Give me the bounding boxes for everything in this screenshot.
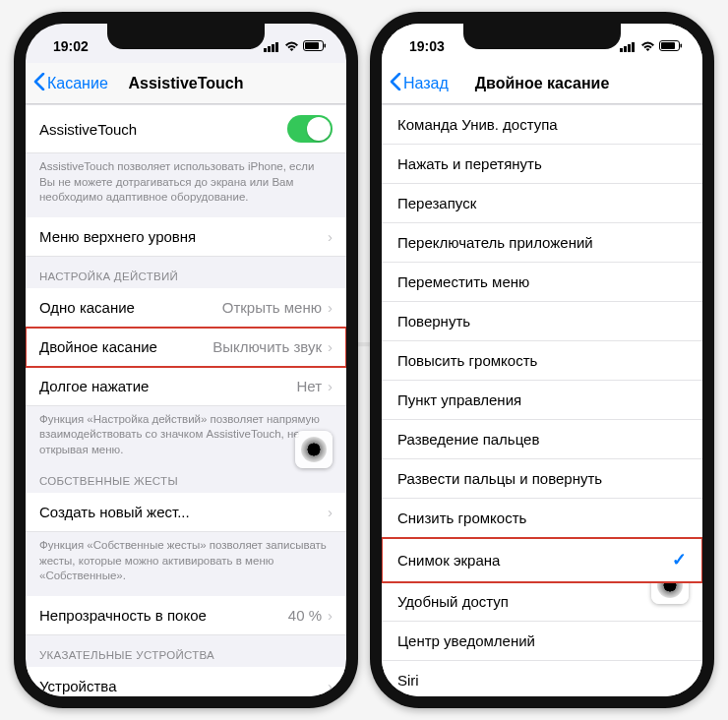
- list-item[interactable]: Повернуть: [382, 302, 702, 341]
- opacity-row[interactable]: Непрозрачность в покое 40 %›: [26, 596, 346, 635]
- list-item[interactable]: Повысить громкость: [382, 341, 702, 381]
- row-label: Перезапуск: [397, 195, 476, 211]
- assistivetouch-floating-button[interactable]: [295, 431, 333, 468]
- chevron-right-icon: ›: [328, 299, 333, 316]
- gestures-footer: Функция «Собственные жесты» позволяет за…: [26, 532, 346, 588]
- navbar: Назад Двойное касание: [382, 63, 702, 104]
- battery-icon: [659, 40, 683, 52]
- list-item[interactable]: Развести пальцы и повернуть: [382, 459, 702, 499]
- svg-rect-12: [661, 42, 675, 49]
- nav-title: AssistiveTouch: [128, 75, 243, 92]
- back-label: Назад: [403, 75, 449, 92]
- chevron-right-icon: ›: [328, 678, 333, 694]
- back-button[interactable]: Касание: [33, 73, 108, 94]
- row-label: Устройства: [39, 678, 116, 694]
- list-item[interactable]: Нажать и перетянуть: [382, 145, 702, 184]
- row-label: Разведение пальцев: [397, 431, 539, 448]
- row-label: Пункт управления: [397, 391, 521, 408]
- chevron-left-icon: [33, 73, 45, 94]
- back-button[interactable]: Назад: [390, 73, 449, 94]
- list-item[interactable]: Снимок экрана✓: [382, 538, 702, 582]
- toggle-switch-on[interactable]: [287, 115, 333, 143]
- row-value: 40 %: [288, 607, 322, 624]
- list-item[interactable]: Siri: [382, 661, 702, 696]
- assistivetouch-toggle-row[interactable]: AssistiveTouch: [26, 104, 346, 153]
- list-item[interactable]: Команда Унив. доступа: [382, 104, 702, 145]
- create-gesture-row[interactable]: Создать новый жест... ›: [26, 493, 346, 532]
- list-item[interactable]: Центр уведомлений: [382, 622, 702, 661]
- battery-icon: [303, 40, 327, 52]
- status-indicators: [620, 40, 683, 52]
- main-footer: AssistiveTouch позволяет использовать iP…: [26, 153, 346, 210]
- svg-rect-2: [272, 44, 274, 52]
- wifi-icon: [640, 41, 655, 52]
- phone-right: 19:03 Назад Двойное касание Команда Унив…: [370, 12, 714, 708]
- nav-title: Двойное касание: [475, 75, 610, 92]
- list-item[interactable]: Пункт управления: [382, 381, 702, 420]
- toggle-label: AssistiveTouch: [39, 121, 137, 138]
- cellular-icon: [620, 41, 637, 52]
- chevron-right-icon: ›: [328, 378, 333, 394]
- row-label: Одно касание: [39, 299, 135, 316]
- svg-rect-3: [275, 42, 278, 52]
- cellular-icon: [264, 41, 280, 52]
- list-item[interactable]: Перезапуск: [382, 184, 702, 223]
- chevron-right-icon: ›: [328, 338, 333, 355]
- row-label: Команда Унив. доступа: [397, 116, 558, 133]
- chevron-right-icon: ›: [328, 228, 333, 245]
- row-label: Создать новый жест...: [39, 504, 190, 520]
- svg-rect-13: [681, 44, 683, 48]
- row-label: Переместить меню: [397, 273, 529, 290]
- action-list[interactable]: Команда Унив. доступаНажать и перетянуть…: [382, 104, 702, 696]
- row-label: Переключатель приложений: [397, 234, 593, 251]
- row-label: Непрозрачность в покое: [39, 607, 207, 624]
- assistivetouch-icon: [301, 437, 327, 462]
- list-item[interactable]: Переключатель приложений: [382, 223, 702, 263]
- row-label: Двойное касание: [39, 338, 157, 355]
- row-label: Снимок экрана: [397, 552, 500, 569]
- single-tap-row[interactable]: Одно касание Открыть меню›: [26, 288, 346, 328]
- phone-left: 19:02 Касание AssistiveTouch AssistiveTo…: [14, 12, 358, 708]
- svg-rect-6: [325, 44, 327, 48]
- chevron-right-icon: ›: [328, 504, 333, 520]
- double-tap-row[interactable]: Двойное касание Выключить звук›: [26, 328, 346, 367]
- svg-rect-1: [268, 46, 271, 52]
- row-label: Снизить громкость: [397, 510, 526, 526]
- devices-row[interactable]: Устройства ›: [26, 667, 346, 696]
- row-label: Нажать и перетянуть: [397, 155, 542, 172]
- list-item[interactable]: Переместить меню: [382, 263, 702, 302]
- row-value: Нет: [296, 378, 322, 394]
- long-press-row[interactable]: Долгое нажатие Нет›: [26, 367, 346, 406]
- notch: [107, 24, 265, 49]
- svg-rect-8: [624, 46, 627, 52]
- row-label: Меню верхнего уровня: [39, 228, 196, 245]
- row-value: Выключить звук: [212, 338, 322, 355]
- checkmark-icon: ✓: [672, 549, 687, 570]
- notch: [463, 24, 621, 49]
- svg-rect-0: [264, 48, 267, 52]
- row-label: Долгое нажатие: [39, 378, 149, 394]
- status-time: 19:02: [53, 38, 89, 54]
- row-label: Повернуть: [397, 313, 470, 330]
- top-level-menu-row[interactable]: Меню верхнего уровня ›: [26, 217, 346, 257]
- row-label: Повысить громкость: [397, 352, 537, 369]
- status-time: 19:03: [409, 38, 445, 54]
- list-item[interactable]: Разведение пальцев: [382, 420, 702, 459]
- row-label: Центр уведомлений: [397, 632, 535, 649]
- list-item[interactable]: Снизить громкость: [382, 499, 702, 538]
- svg-rect-5: [305, 42, 319, 49]
- row-label: Siri: [397, 672, 419, 689]
- row-label: Развести пальцы и повернуть: [397, 470, 602, 487]
- pointer-header: УКАЗАТЕЛЬНЫЕ УСТРОЙСТВА: [26, 635, 346, 667]
- chevron-right-icon: ›: [328, 607, 333, 624]
- back-label: Касание: [47, 75, 108, 92]
- wifi-icon: [284, 41, 299, 52]
- svg-rect-10: [632, 42, 635, 52]
- row-label: Удобный доступ: [397, 593, 509, 610]
- actions-header: НАСТРОЙКА ДЕЙСТВИЙ: [26, 257, 346, 288]
- svg-rect-7: [620, 48, 623, 52]
- row-value: Открыть меню: [222, 299, 322, 316]
- chevron-left-icon: [390, 73, 401, 94]
- navbar: Касание AssistiveTouch: [26, 63, 346, 104]
- status-indicators: [264, 40, 327, 52]
